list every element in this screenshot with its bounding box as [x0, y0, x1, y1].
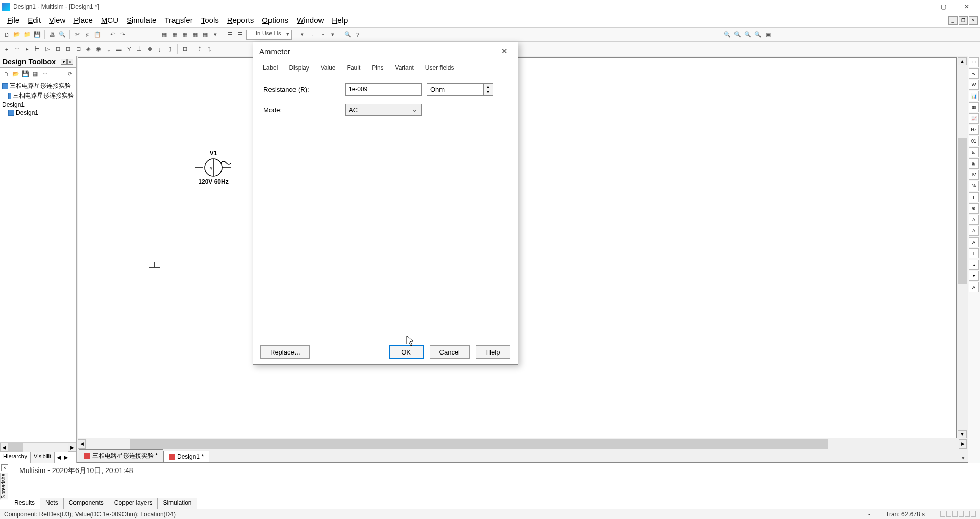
bus-icon[interactable]: ⤴ — [195, 44, 204, 54]
instr-freq-icon[interactable]: Hz — [969, 125, 979, 135]
doc-tab-menu-icon[interactable]: ▾ — [959, 453, 968, 462]
place-source-icon[interactable]: ÷ — [2, 44, 11, 54]
view-icon-1[interactable]: ▦ — [160, 30, 169, 39]
mdi-restore[interactable]: ❐ — [959, 16, 968, 25]
undo-icon[interactable]: ↶ — [108, 30, 117, 39]
instr-4ch-icon[interactable]: ▦ — [969, 102, 979, 112]
ok-button[interactable]: OK — [389, 345, 424, 359]
instr-funcgen-icon[interactable]: ∿ — [969, 68, 979, 79]
tab-fault[interactable]: Fault — [341, 62, 366, 74]
tab-nav-right-icon[interactable]: ▶ — [62, 452, 69, 463]
component-v1[interactable]: V1 Y 120V 60Hz — [195, 150, 231, 185]
place-rf-icon[interactable]: ⊥ — [135, 44, 144, 54]
menu-place[interactable]: Place — [69, 15, 97, 26]
tb-new-icon[interactable]: 🗋 — [2, 70, 10, 78]
instr-multimeter-icon[interactable]: ⬚ — [969, 57, 979, 67]
scroll-left-icon[interactable]: ◀ — [78, 439, 86, 449]
spin-up-icon[interactable]: ▲ — [483, 84, 493, 89]
tab-nav-left-icon[interactable]: ◀ — [55, 452, 62, 463]
instr-scope-icon[interactable]: 📊 — [969, 91, 979, 101]
tab-user-fields[interactable]: User fields — [420, 62, 460, 74]
replace-button[interactable]: Replace... — [260, 345, 310, 359]
place-advanced-icon[interactable]: Y — [125, 44, 134, 54]
comp-icon-1[interactable]: ▾ — [298, 30, 307, 39]
redo-icon[interactable]: ↷ — [118, 30, 127, 39]
print-icon[interactable]: 🖶 — [47, 30, 57, 39]
tab-variant[interactable]: Variant — [389, 62, 420, 74]
mode-combo[interactable]: AC — [345, 104, 422, 116]
instr-agilent2-icon[interactable]: A — [969, 226, 979, 236]
tab-pins[interactable]: Pins — [366, 62, 389, 74]
instr-network-icon[interactable]: ⊕ — [969, 203, 979, 214]
tab-nets[interactable]: Nets — [40, 498, 64, 509]
tab-value[interactable]: Value — [315, 62, 341, 74]
instr-iv-icon[interactable]: IV — [969, 170, 979, 180]
tb-save-icon[interactable]: 💾 — [21, 70, 30, 78]
hierarchy-icon[interactable]: ⊞ — [180, 44, 189, 54]
instr-current-icon[interactable]: A — [969, 282, 979, 292]
mdi-minimize[interactable]: _ — [948, 16, 958, 25]
help-find-icon[interactable]: 🔍 — [343, 30, 352, 39]
tab-label[interactable]: Label — [257, 62, 283, 74]
tb-more-icon[interactable]: ⋯ — [41, 70, 49, 78]
list-icon-2[interactable]: ☰ — [236, 30, 245, 39]
zoom-fit-icon[interactable]: 🔍 — [743, 30, 752, 39]
zoom-select-icon[interactable]: 🔍 — [753, 30, 763, 39]
zoom-out-icon[interactable]: 🔍 — [733, 30, 742, 39]
view-icon-3[interactable]: ▦ — [180, 30, 189, 39]
new-icon[interactable]: 🗋 — [2, 30, 11, 39]
open2-icon[interactable]: 📁 — [22, 30, 32, 39]
menu-mcu[interactable]: MCU — [97, 15, 122, 26]
tb-view-icon[interactable]: ▦ — [31, 70, 39, 78]
toolbox-close-icon[interactable]: × — [67, 59, 74, 65]
dialog-close-button[interactable]: ✕ — [497, 45, 511, 57]
fullscreen-icon[interactable]: ▣ — [764, 30, 773, 39]
junction-icon[interactable]: ⤵ — [205, 44, 214, 54]
tab-results[interactable]: Results — [9, 498, 40, 509]
place-connector-icon[interactable]: ⫿ — [155, 44, 164, 54]
comp-icon-2[interactable]: · — [308, 30, 317, 39]
place-mcu-icon[interactable]: ▯ — [165, 44, 175, 54]
tab-components[interactable]: Components — [64, 498, 109, 509]
scroll-right-icon[interactable]: ▶ — [68, 443, 76, 452]
component-ground[interactable] — [147, 262, 162, 274]
toolbox-tab-hierarchy[interactable]: Hierarchy — [0, 452, 31, 463]
menu-window[interactable]: Window — [292, 15, 328, 26]
menu-view[interactable]: View — [45, 15, 69, 26]
menu-tools[interactable]: Tools — [197, 15, 223, 26]
toolbox-tab-visibility[interactable]: Visibilit — [31, 452, 55, 463]
place-ttl-icon[interactable]: ⊡ — [53, 44, 62, 54]
cut-icon[interactable]: ✂ — [72, 30, 82, 39]
view-icon-5[interactable]: ▦ — [201, 30, 210, 39]
place-transistor-icon[interactable]: ⊢ — [33, 44, 42, 54]
place-misc-icon[interactable]: ⊟ — [74, 44, 83, 54]
place-misc2-icon[interactable]: ▬ — [114, 44, 124, 54]
tab-display[interactable]: Display — [283, 62, 314, 74]
menu-reports[interactable]: Reports — [223, 15, 258, 26]
list-icon-1[interactable]: ☰ — [226, 30, 235, 39]
place-power-icon[interactable]: ⏚ — [104, 44, 113, 54]
instr-bode-icon[interactable]: 📈 — [969, 113, 979, 124]
tab-simulation[interactable]: Simulation — [158, 498, 197, 509]
menu-file[interactable]: File — [3, 15, 23, 26]
inuse-list-combo[interactable]: --- In-Use Lis — [246, 30, 292, 40]
open-icon[interactable]: 📂 — [12, 30, 21, 39]
save-icon[interactable]: 💾 — [33, 30, 42, 39]
doc-tab[interactable]: Design1 * — [163, 451, 209, 462]
place-cmos-icon[interactable]: ⊞ — [63, 44, 72, 54]
help-button[interactable]: Help — [476, 345, 510, 359]
place-electro-icon[interactable]: ⊗ — [145, 44, 154, 54]
view-icon-4[interactable]: ▦ — [190, 30, 200, 39]
tb-open-icon[interactable]: 📂 — [12, 70, 20, 78]
menu-help[interactable]: Help — [328, 15, 352, 26]
zoom-in-icon[interactable]: 🔍 — [723, 30, 732, 39]
instr-agilent1-icon[interactable]: A — [969, 215, 979, 225]
pane-close-icon[interactable]: × — [1, 464, 8, 471]
toolbox-hscroll[interactable]: ◀ ▶ — [0, 442, 76, 452]
cancel-button[interactable]: Cancel — [430, 345, 470, 359]
doc-tab[interactable]: 三相电路星形连接实验 * — [79, 449, 163, 462]
place-indicator-icon[interactable]: ◉ — [94, 44, 103, 54]
view-icon-6[interactable]: ▾ — [211, 30, 220, 39]
tab-copper-layers[interactable]: Copper layers — [109, 498, 158, 509]
menu-transfer[interactable]: Transfer — [160, 15, 197, 26]
